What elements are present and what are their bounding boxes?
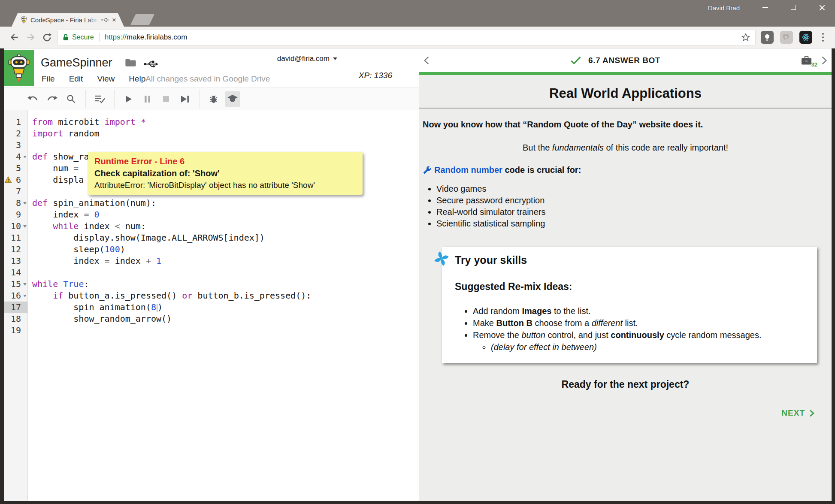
menu-edit[interactable]: Edit [69,74,83,84]
code-line-15[interactable]: while True: [32,278,419,290]
gutter-line-14[interactable]: 14 [4,267,27,278]
gutter-line-12[interactable]: 12 [4,244,27,255]
step-button[interactable] [177,91,193,107]
gutter-line-17[interactable]: 17 [4,302,27,313]
lesson-prev-button[interactable] [424,56,430,65]
app-header: GameSpinner FileEditViewHelp All changes… [4,48,419,88]
fold-arrow-icon[interactable] [23,202,27,205]
code-line-3[interactable] [32,139,419,151]
open-project-folder-icon[interactable] [125,58,136,67]
code-line-13[interactable]: index = index + 1 [32,255,419,267]
applications-list: Video gamesSecure password encryptionRea… [436,183,832,229]
code-line-14[interactable] [32,267,419,278]
list-item: Video games [436,183,832,195]
code-line-19[interactable] [32,325,419,336]
code-line-12[interactable]: sleep(100) [32,244,419,255]
lesson-panel: 6.7 ANSWER BOT 32 Real World Application… [419,48,832,501]
toolbox-button[interactable]: 32 [801,56,812,65]
debug-bug-button[interactable] [206,91,221,107]
list-item: Add random Images to the list. [473,305,806,317]
ext-lightbulb-button[interactable] [761,31,774,44]
ext-react-devtools-button[interactable] [799,31,812,44]
fold-arrow-icon[interactable] [23,156,27,158]
gutter-line-1[interactable]: 1 [4,116,27,128]
bookmark-star-icon[interactable] [741,33,750,42]
fold-arrow-icon[interactable] [23,295,27,297]
tutor-mode-button[interactable] [225,91,240,107]
usb-connect-icon[interactable] [144,60,158,68]
skills-card: Try your skills Suggested Re-mix Ideas: … [442,247,817,363]
back-button[interactable] [6,29,22,45]
next-label[interactable]: NEXT [781,408,805,418]
browser-menu-button[interactable] [819,33,827,42]
gutter-line-13[interactable]: 13 [4,255,27,267]
ext-translate-button[interactable]: a [780,31,793,44]
code-line-1[interactable]: from microbit import * [32,116,419,128]
tab-close-button[interactable]: × [112,16,116,24]
editor-gutter[interactable]: 12345678910111213141516171819 [4,110,28,501]
menu-help[interactable]: Help [129,74,145,84]
editor-panel: GameSpinner FileEditViewHelp All changes… [4,48,419,501]
check-code-button[interactable] [92,91,107,107]
gutter-line-11[interactable]: 11 [4,232,27,244]
forward-button[interactable] [22,29,39,45]
account-email[interactable]: david@firia.com [277,54,337,63]
gutter-line-9[interactable]: 9 [4,209,27,220]
menu-file[interactable]: File [42,74,55,84]
gutter-line-7[interactable]: 7 [4,186,27,197]
code-editor[interactable]: 12345678910111213141516171819 from micro… [4,110,419,501]
fold-arrow-icon[interactable] [23,225,27,228]
code-line-18[interactable]: show_random_arrow() [32,313,419,325]
gutter-line-6[interactable]: 6 [4,174,27,186]
code-line-10[interactable]: while index < num: [32,220,419,232]
fold-arrow-icon[interactable] [23,283,27,286]
gutter-line-4[interactable]: 4 [4,151,27,163]
next-chevron-icon [809,410,814,417]
gutter-line-3[interactable]: 3 [4,139,27,151]
code-line-17[interactable]: spin_animation(8) [32,302,419,313]
lesson-next-arrow-button[interactable] [821,56,827,65]
search-button[interactable] [63,91,79,107]
secure-label: Secure [72,33,94,41]
close-button[interactable] [816,3,827,12]
window-titlebar: CodeSpace - Firia Labs × David Brad [0,0,835,27]
url-text[interactable]: https://make.firialabs.com [105,33,188,42]
url-bar[interactable]: Secure https://make.firialabs.com [57,30,756,45]
gutter-line-5[interactable]: 5 [4,163,27,174]
browser-profile-name[interactable]: David Brad [708,4,740,12]
project-title[interactable]: GameSpinner [41,56,112,69]
gutter-line-18[interactable]: 18 [4,313,27,325]
lesson-progress-bar [419,72,832,75]
maximize-button[interactable] [788,3,799,12]
refresh-button[interactable] [39,29,55,45]
list-item: Real-world simulator trainers [436,206,832,218]
redo-button[interactable] [44,91,60,107]
gutter-line-16[interactable]: 16 [4,290,27,302]
stop-button[interactable] [158,91,174,107]
code-line-16[interactable]: if button_a.is_pressed() or button_b.is_… [32,290,419,302]
next-button[interactable]: NEXT [419,408,814,418]
menu-bar: FileEditViewHelp [42,74,145,84]
minimize-button[interactable] [759,3,771,12]
gutter-line-15[interactable]: 15 [4,278,27,290]
gutter-line-2[interactable]: 2 [4,128,27,139]
code-line-2[interactable]: import random [32,128,419,139]
lesson-header: 6.7 ANSWER BOT 32 [419,48,832,72]
code-line-9[interactable]: index = 0 [32,209,419,220]
fundamentals-paragraph: But the fundamentals of this code are re… [419,143,832,153]
browser-tab[interactable]: CodeSpace - Firia Labs × [12,13,124,27]
crucial-text[interactable]: Random number code is crucial for: [434,165,581,175]
new-tab-button[interactable] [130,14,154,25]
menu-view[interactable]: View [97,74,115,84]
page: GameSpinner FileEditViewHelp All changes… [4,48,832,501]
undo-button[interactable] [25,91,41,107]
gutter-line-8[interactable]: 8 [4,197,27,209]
gutter-line-19[interactable]: 19 [4,325,27,336]
pause-button[interactable] [139,91,155,107]
code-line-8[interactable]: def spin_animation(num): [32,197,419,209]
error-hint: Check capitalization of: 'Show' [94,167,356,179]
gutter-line-10[interactable]: 10 [4,220,27,232]
code-line-11[interactable]: display.show(Image.ALL_ARROWS[index]) [32,232,419,244]
run-button[interactable] [121,91,136,107]
remix-ideas-list: Add random Images to the list.Make Butto… [473,305,806,341]
